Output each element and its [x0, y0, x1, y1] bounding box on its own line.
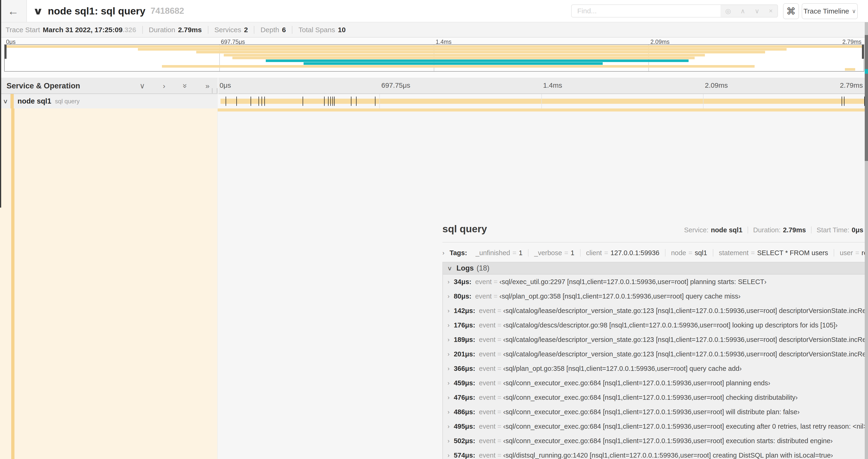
log-message: ‹sql/catalog/lease/descriptor_version_st… — [503, 350, 868, 358]
log-event-tick — [375, 97, 375, 106]
log-event-tick — [226, 97, 226, 106]
chevron-right-icon: › — [447, 365, 450, 372]
tag-item: _unfinished=1 — [475, 249, 522, 257]
chevron-right-icon: › — [447, 336, 450, 343]
log-message: ‹sql/conn_executor_exec.go:684 [nsql1,cl… — [503, 408, 799, 416]
divider — [442, 242, 868, 242]
tag-equals: = — [513, 249, 516, 257]
span-row-operation: sql query — [55, 98, 80, 105]
log-row[interactable]: ›495μs:event=‹sql/conn_executor_exec.go:… — [443, 419, 868, 434]
tag-equals: = — [688, 249, 692, 257]
chevron-up-icon[interactable]: ∧ — [740, 7, 745, 15]
service-label: Service: — [684, 226, 709, 234]
chevron-right-icon: › — [447, 278, 450, 286]
log-row[interactable]: ›366μs:event=‹sql/plan_opt.go:358 [nsql1… — [443, 361, 868, 376]
chevron-down-icon[interactable]: ∨ — [3, 98, 8, 105]
log-row[interactable]: ›476μs:event=‹sql/conn_executor_exec.go:… — [443, 390, 868, 405]
chevron-right-icon: › — [447, 380, 450, 387]
start-time-label: Start Time: — [817, 226, 849, 234]
log-row[interactable]: ›142μs:event=‹sql/catalog/lease/descript… — [443, 303, 868, 318]
log-row[interactable]: ›176μs:event=‹sql/catalog/descs/descript… — [443, 318, 868, 332]
chevron-right-icon: › — [447, 452, 450, 459]
tag-key: node — [671, 249, 686, 257]
span-duration-bar[interactable] — [220, 99, 866, 104]
log-row[interactable]: ›201μs:event=‹sql/catalog/lease/descript… — [443, 347, 868, 361]
timeline-gridline — [541, 94, 542, 108]
log-row[interactable]: ›574μs:event=‹sql/distsql_running.go:142… — [443, 448, 868, 459]
log-row[interactable]: ›34μs:event=‹sql/exec_util.go:2297 [nsql… — [443, 274, 868, 289]
log-event-key: event — [479, 307, 496, 315]
minimap-ruler: 0μs697.75μs1.4ms2.09ms2.79ms — [4, 38, 863, 44]
logs-block: ∨ Logs (18) ›34μs:event=‹sql/exec_util.g… — [442, 262, 868, 459]
minimap-viewport-right-handle[interactable] — [862, 45, 864, 59]
back-button[interactable]: ← — [0, 0, 27, 22]
log-row[interactable]: ›502μs:event=‹sql/conn_executor_exec.go:… — [443, 434, 868, 448]
tag-value: SELECT * FROM users — [757, 249, 828, 257]
minimap-span-bar — [5, 45, 864, 48]
scrollbar-thumb[interactable] — [865, 35, 868, 161]
minimap-viewport-left-handle[interactable] — [5, 45, 6, 59]
log-row[interactable]: ›459μs:event=‹sql/conn_executor_exec.go:… — [443, 376, 868, 390]
log-event-tick — [842, 97, 842, 106]
logs-header[interactable]: ∨ Logs (18) — [443, 262, 868, 274]
span-row-timeline[interactable] — [218, 94, 868, 108]
logs-list: ›34μs:event=‹sql/exec_util.go:2297 [nsql… — [443, 274, 868, 459]
service-operation-header: Service & Operation — [6, 78, 80, 94]
chevron-right-icon: › — [447, 322, 450, 329]
log-row[interactable]: ›189μs:event=‹sql/catalog/lease/descript… — [443, 332, 868, 347]
log-row[interactable]: ›486μs:event=‹sql/conn_executor_exec.go:… — [443, 405, 868, 419]
tag-item: user=root — [840, 249, 868, 257]
expanded-row-accent — [0, 108, 218, 459]
chevron-right-icon: › — [447, 351, 450, 358]
column-resize-handle[interactable] — [212, 88, 217, 93]
divider — [528, 249, 528, 257]
chevron-right-icon: › — [447, 394, 450, 401]
tag-equals: = — [855, 249, 859, 257]
minimap-canvas[interactable] — [4, 44, 864, 72]
divider — [811, 226, 811, 233]
duration-value: 2.79ms — [178, 26, 202, 34]
logs-count: (18) — [476, 264, 489, 272]
tag-key: _unfinished — [475, 249, 510, 257]
minimap-span-bar — [162, 65, 755, 68]
find-input[interactable]: Find... — [571, 4, 720, 18]
log-timestamp: 34μs: — [454, 278, 471, 286]
span-row-label[interactable]: ∨ node sql1 sql query — [0, 94, 218, 108]
chevron-right-icon: › — [447, 293, 450, 300]
minimap-span-bar — [232, 57, 694, 59]
trace-start-value: March 31 2022, 17:25:09.326 — [43, 26, 136, 34]
chevron-right-icon: › — [442, 249, 444, 257]
log-message: ‹sql/conn_executor_exec.go:684 [nsql1,cl… — [503, 394, 798, 401]
clear-icon[interactable]: × — [769, 7, 773, 15]
log-row[interactable]: ›80μs:event=‹sql/plan_opt.go:358 [nsql1,… — [443, 289, 868, 303]
expand-all-icon[interactable]: » — [205, 81, 210, 90]
log-timestamp: 176μs: — [454, 321, 475, 329]
divider — [292, 26, 292, 34]
log-equals: = — [497, 350, 501, 358]
span-detail-title: sql query — [442, 223, 487, 235]
collapse-one-icon[interactable]: ∨ — [140, 81, 145, 90]
log-equals: = — [497, 437, 501, 445]
tags-row[interactable]: › Tags: _unfinished=1_verbose=1client=12… — [442, 247, 868, 259]
locate-icon[interactable]: ◎ — [725, 7, 731, 15]
divider — [665, 249, 665, 257]
collapse-all-icon[interactable]: » — [181, 84, 190, 88]
duration-value: 2.79ms — [783, 226, 806, 234]
view-selector-button[interactable]: Trace Timeline ∨ — [802, 3, 858, 19]
chevron-down-icon: ∨ — [447, 265, 452, 272]
log-timestamp: 574μs: — [454, 452, 475, 459]
log-event-key: event — [479, 423, 496, 430]
log-event-key: event — [475, 278, 492, 286]
log-message: ‹sql/catalog/lease/descriptor_version_st… — [503, 336, 868, 343]
log-event-tick — [303, 97, 303, 106]
trace-collapse-chevron-icon[interactable]: ∨ — [33, 0, 43, 22]
log-event-key: event — [479, 365, 496, 372]
keyboard-shortcuts-button[interactable]: ⌘ — [783, 3, 799, 19]
log-equals: = — [494, 278, 497, 286]
log-equals: = — [497, 394, 501, 401]
total-spans-label: Total Spans — [299, 26, 335, 34]
expand-one-icon[interactable]: › — [163, 81, 165, 90]
chevron-down-icon[interactable]: ∨ — [754, 7, 760, 15]
log-event-tick — [324, 97, 324, 106]
timeline-ruler: 0μs697.75μs1.4ms2.09ms2.79ms — [218, 78, 865, 94]
